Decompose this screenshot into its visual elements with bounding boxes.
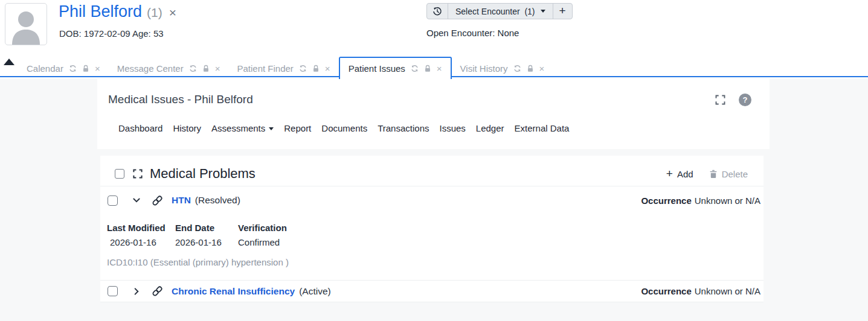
col-end-date: End Date [175, 222, 238, 234]
panel-menu: Dashboard History Assessments Report Doc… [97, 123, 770, 133]
tab-label: Patient Issues [349, 63, 405, 74]
close-icon[interactable]: × [437, 64, 442, 73]
problem-status: (Resolved) [195, 195, 240, 206]
refresh-icon[interactable] [299, 65, 307, 72]
tab-label: Patient Finder [237, 63, 293, 74]
tab-patient-finder[interactable]: Patient Finder × [228, 60, 338, 76]
patient-close-icon[interactable]: × [169, 5, 176, 20]
chevron-down-icon[interactable] [132, 195, 141, 205]
menu-item-issues[interactable]: Issues [439, 123, 465, 133]
refresh-icon[interactable] [69, 65, 77, 72]
occurrence-label: Occurrence [641, 195, 691, 206]
close-icon[interactable]: × [95, 64, 100, 73]
select-encounter-label: Select Encounter (1) [455, 7, 535, 16]
close-icon[interactable]: × [325, 64, 330, 73]
tab-calendar[interactable]: Calendar × [18, 60, 109, 76]
patient-dob-age: DOB: 1972-02-09 Age: 53 [59, 28, 164, 39]
person-icon [5, 5, 47, 45]
history-icon [432, 7, 442, 16]
patient-count: (1) [147, 5, 162, 20]
col-verification: Verification [238, 222, 764, 234]
eject-icon[interactable] [4, 59, 14, 65]
lock-icon[interactable] [82, 65, 89, 72]
problem-row-chronic-renal-insufficiency: Chronic Renal Insufficiency (Active) Occ… [100, 281, 764, 302]
divider [100, 302, 764, 302]
occurrence-value: Unknown or N/A [695, 195, 760, 206]
content-area: Medical Issues - Phil Belford ? Dashboar… [0, 78, 868, 321]
link-icon [152, 195, 163, 206]
col-last-modified: Last Modified [107, 222, 175, 234]
add-button[interactable]: + Add [666, 169, 693, 179]
tab-label: Calendar [27, 63, 63, 74]
menu-item-documents[interactable]: Documents [321, 123, 367, 133]
help-icon[interactable]: ? [739, 94, 751, 106]
problem-row-htn: HTN (Resolved) Occurrence Unknown or N/A [100, 186, 764, 214]
close-icon[interactable]: × [539, 64, 545, 73]
lock-icon[interactable] [424, 65, 431, 72]
menu-item-assessments[interactable]: Assessments [211, 123, 274, 133]
select-all-checkbox[interactable] [115, 169, 124, 179]
menu-item-external-data[interactable]: External Data [515, 123, 570, 133]
tab-visit-history[interactable]: Visit History × [452, 60, 553, 76]
lock-icon[interactable] [527, 65, 534, 72]
icd-code: ICD10:I10 (Essential (primary) hypertens… [107, 256, 764, 268]
verification-value: Confirmed [238, 237, 764, 248]
refresh-icon[interactable] [513, 65, 521, 72]
caret-down-icon [269, 127, 274, 130]
refresh-icon[interactable] [411, 65, 419, 72]
tab-message-center[interactable]: Message Center × [109, 60, 229, 76]
encounter-history-button[interactable] [427, 4, 448, 19]
fullscreen-icon[interactable] [715, 95, 725, 105]
row-checkbox[interactable] [108, 286, 118, 296]
tab-patient-issues[interactable]: Patient Issues × [339, 57, 452, 79]
page-title: Medical Issues - Phil Belford [108, 93, 253, 106]
tab-label: Visit History [460, 63, 508, 74]
medical-problems-card: Medical Problems + Add Delete [100, 156, 764, 302]
row-checkbox[interactable] [108, 195, 118, 206]
last-modified-value: 2026-01-16 [107, 237, 175, 248]
encounter-button-group: Select Encounter (1) + [426, 3, 573, 19]
link-icon [152, 285, 163, 297]
plus-icon: + [666, 168, 673, 179]
menu-item-history[interactable]: History [173, 123, 201, 133]
menu-item-transactions[interactable]: Transactions [378, 123, 429, 133]
refresh-icon[interactable] [189, 65, 197, 72]
problem-status: (Active) [299, 286, 331, 297]
expand-icon[interactable] [133, 169, 143, 179]
occurrence-label: Occurrence [641, 286, 691, 296]
trash-icon [709, 170, 718, 179]
occurrence-value: Unknown or N/A [695, 286, 760, 296]
problem-details: Last Modified End Date Verification 2026… [100, 222, 764, 280]
end-date-value: 2026-01-16 [175, 237, 238, 248]
problem-link[interactable]: HTN [172, 195, 191, 206]
menu-item-ledger[interactable]: Ledger [476, 123, 504, 133]
problem-link[interactable]: Chronic Renal Insufficiency [172, 286, 295, 297]
caret-down-icon [541, 10, 545, 13]
open-encounter-status: Open Encounter: None [426, 28, 519, 38]
tab-bar: Calendar × Message Center × Patient Find… [0, 57, 868, 77]
plus-icon: + [559, 5, 565, 16]
patient-name-link[interactable]: Phil Belford [59, 2, 142, 21]
tab-label: Message Center [117, 63, 184, 74]
section-title: Medical Problems [150, 166, 256, 182]
menu-item-report[interactable]: Report [284, 123, 311, 133]
lock-icon[interactable] [312, 65, 320, 72]
new-encounter-button[interactable]: + [553, 4, 572, 19]
patient-avatar[interactable] [5, 3, 47, 45]
medical-issues-panel: Medical Issues - Phil Belford ? Dashboar… [97, 78, 770, 149]
menu-item-dashboard[interactable]: Dashboard [118, 123, 162, 133]
delete-button[interactable]: Delete [709, 169, 748, 179]
chevron-right-icon[interactable] [132, 287, 141, 296]
patient-header: Phil Belford (1) × DOB: 1972-02-09 Age: … [0, 0, 868, 57]
select-encounter-button[interactable]: Select Encounter (1) [448, 4, 553, 19]
lock-icon[interactable] [202, 65, 210, 72]
close-icon[interactable]: × [215, 64, 220, 73]
medical-problems-header: Medical Problems + Add Delete [100, 162, 764, 186]
